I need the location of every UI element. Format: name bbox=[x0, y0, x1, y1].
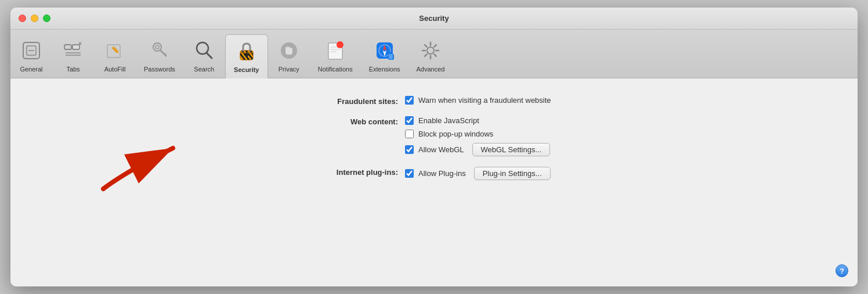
minimize-button[interactable] bbox=[31, 15, 38, 22]
extensions-icon bbox=[372, 38, 397, 63]
svg-point-15 bbox=[153, 43, 161, 51]
help-button[interactable]: ? bbox=[836, 264, 848, 277]
general-icon bbox=[19, 38, 44, 63]
fraudulent-sites-label: Fraudulent sites: bbox=[289, 96, 405, 106]
passwords-icon bbox=[147, 38, 172, 63]
svg-point-45 bbox=[427, 47, 434, 54]
svg-line-52 bbox=[434, 45, 436, 47]
svg-rect-3 bbox=[64, 45, 71, 49]
privacy-icon bbox=[276, 38, 302, 63]
svg-point-16 bbox=[155, 45, 159, 49]
web-content-label: Web content: bbox=[289, 116, 405, 126]
toolbar: General Tabs bbox=[10, 30, 858, 78]
tab-extensions[interactable]: Extensions bbox=[361, 34, 408, 78]
warn-fraudulent-row: Warn when visiting a fraudulent website bbox=[405, 96, 551, 105]
tab-autofill-label: AutoFill bbox=[104, 66, 126, 73]
tab-advanced-label: Advanced bbox=[417, 66, 445, 73]
block-popup-label: Block pop-up windows bbox=[418, 130, 493, 138]
allow-plugins-row: Allow Plug-ins Plug-in Settings... bbox=[405, 167, 551, 180]
tab-notifications[interactable]: Notifications bbox=[310, 34, 361, 78]
tab-tabs[interactable]: Tabs bbox=[52, 34, 94, 78]
web-content-row: Web content: Enable JavaScript Block pop… bbox=[289, 116, 695, 156]
svg-point-38 bbox=[337, 41, 343, 48]
allow-webgl-checkbox[interactable] bbox=[405, 145, 414, 154]
tab-general-label: General bbox=[20, 66, 42, 73]
window-title: Security bbox=[419, 14, 449, 23]
traffic-lights bbox=[19, 15, 50, 22]
tab-passwords-label: Passwords bbox=[144, 66, 175, 73]
plugin-settings-button[interactable]: Plug-in Settings... bbox=[474, 167, 551, 180]
enable-js-label: Enable JavaScript bbox=[418, 116, 479, 125]
tab-notifications-label: Notifications bbox=[318, 66, 353, 73]
fraudulent-sites-controls: Warn when visiting a fraudulent website bbox=[405, 96, 551, 105]
autofill-icon bbox=[102, 38, 128, 63]
svg-line-51 bbox=[434, 54, 436, 56]
tab-privacy[interactable]: Privacy bbox=[268, 34, 310, 78]
internet-plugins-row: Internet plug-ins: Allow Plug-ins Plug-i… bbox=[289, 167, 695, 180]
close-button[interactable] bbox=[19, 15, 26, 22]
tab-search-label: Search bbox=[194, 66, 214, 73]
svg-line-19 bbox=[165, 53, 166, 55]
tab-extensions-label: Extensions bbox=[369, 66, 400, 73]
enable-js-row: Enable JavaScript bbox=[405, 116, 550, 125]
tab-search[interactable]: Search bbox=[183, 34, 225, 78]
title-bar: Security bbox=[10, 8, 858, 30]
block-popup-row: Block pop-up windows bbox=[405, 130, 550, 138]
tab-tabs-label: Tabs bbox=[66, 66, 79, 73]
internet-plugins-label: Internet plug-ins: bbox=[289, 167, 405, 177]
svg-line-53 bbox=[425, 54, 427, 56]
settings-grid: Fraudulent sites: Warn when visiting a f… bbox=[173, 96, 695, 180]
advanced-icon bbox=[418, 38, 443, 63]
tabs-icon bbox=[60, 38, 86, 63]
allow-plugins-checkbox[interactable] bbox=[405, 169, 414, 178]
maximize-button[interactable] bbox=[43, 15, 50, 22]
tab-security-label: Security bbox=[234, 66, 259, 73]
security-icon bbox=[234, 38, 259, 64]
warn-fraudulent-checkbox[interactable] bbox=[405, 96, 414, 105]
allow-webgl-row: Allow WebGL WebGL Settings... bbox=[405, 143, 550, 156]
allow-webgl-label: Allow WebGL bbox=[418, 145, 464, 154]
enable-js-checkbox[interactable] bbox=[405, 116, 414, 125]
fraudulent-sites-row: Fraudulent sites: Warn when visiting a f… bbox=[289, 96, 695, 106]
tab-general[interactable]: General bbox=[10, 34, 52, 78]
tab-passwords[interactable]: Passwords bbox=[136, 34, 183, 78]
content-area: Fraudulent sites: Warn when visiting a f… bbox=[10, 78, 858, 286]
notifications-icon bbox=[323, 38, 348, 63]
warn-fraudulent-label: Warn when visiting a fraudulent website bbox=[418, 96, 551, 105]
search-icon bbox=[191, 38, 217, 63]
svg-rect-4 bbox=[73, 45, 79, 49]
svg-rect-44 bbox=[389, 54, 393, 59]
svg-rect-13 bbox=[112, 46, 118, 53]
svg-line-21 bbox=[207, 53, 212, 58]
preferences-window: Security General bbox=[10, 8, 858, 286]
tab-autofill[interactable]: AutoFill bbox=[94, 34, 136, 78]
block-popup-checkbox[interactable] bbox=[405, 130, 414, 138]
svg-rect-32 bbox=[245, 55, 247, 57]
web-content-controls: Enable JavaScript Block pop-up windows A… bbox=[405, 116, 550, 156]
svg-line-50 bbox=[425, 45, 427, 47]
tab-privacy-label: Privacy bbox=[279, 66, 299, 73]
internet-plugins-controls: Allow Plug-ins Plug-in Settings... bbox=[405, 167, 551, 180]
tab-security[interactable]: Security bbox=[225, 34, 268, 78]
tab-advanced[interactable]: Advanced bbox=[408, 34, 453, 78]
webgl-settings-button[interactable]: WebGL Settings... bbox=[472, 143, 551, 156]
allow-plugins-label: Allow Plug-ins bbox=[418, 169, 466, 178]
